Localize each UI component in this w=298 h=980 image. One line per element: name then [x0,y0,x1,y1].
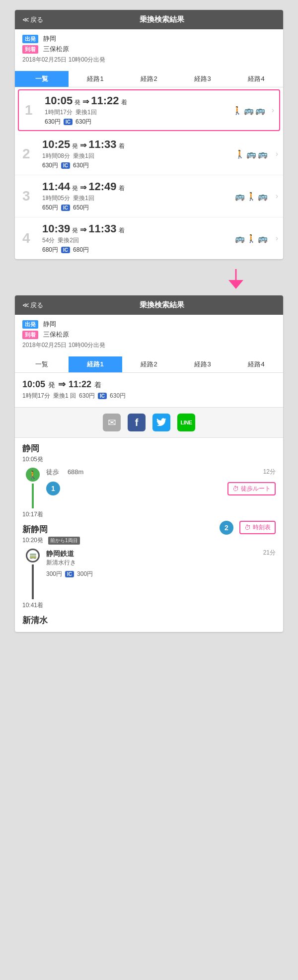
transport-icons-2: 🚶 🚌 🚌 [235,149,268,159]
route-info-1: 出発 静岡 到着 三保松原 2018年02月25日 10時00分出発 [15,29,283,67]
tab-route4[interactable]: 経路4 [229,71,283,87]
platform-badge: 前から1両目 [48,537,80,545]
ic-badge-1: IC [64,119,73,125]
back-button-1[interactable]: 戻る [22,15,43,24]
arr-time-1: 11:22 [91,94,119,107]
arr-tag-2: 到着 [22,331,38,339]
share-twitter-button[interactable] [152,414,170,431]
tab-route3[interactable]: 経路3 [176,71,229,87]
dep-time-shinsizuoka: 10:20発 前から1両目 [22,536,276,545]
train-circle-1: 🚃 [26,549,40,562]
panel2-title: 乗換検索結果 [48,300,276,310]
tab-bar-2: 一覧 経路1 経路2 経路3 経路4 [15,356,283,373]
walk-circle-1: 🚶 [26,468,40,482]
route-num-2: 2 [22,147,36,161]
walk-icon-3: 🚶 [246,192,256,201]
tab-route1[interactable]: 経路1 [69,71,122,87]
tram-icon-2: 🚌 [258,149,268,159]
station-shizuoka: 静岡 [22,443,276,454]
summary-arr-time: 11:22 [69,379,91,390]
tab-bar-1: 一覧 経路1 経路2 経路3 経路4 [15,71,283,87]
station-shinsizuoka: 新静岡 [22,524,48,535]
arr-station-2: 三保松原 [43,331,69,338]
arr-time-4: 11:33 [88,222,116,235]
arr-time-shinsizuoka: 10:41着 [22,601,276,610]
chevron-2: › [276,149,278,158]
arr-station: 三保松原 [43,45,69,53]
route-details-3: 11:44 発 ⇒ 12:49 着 1時間05分 乗換1回 650円 IC 65… [42,180,235,212]
tab2-route3[interactable]: 経路3 [176,356,229,372]
train-dest: 新清水行き [46,559,76,567]
tab2-route2[interactable]: 経路2 [122,356,176,372]
transport-icons-1: 🚶 🚌 🚌 [232,106,265,115]
panel2-header: 戻る 乗換検索結果 [15,295,283,315]
panel1-header: 戻る 乗換検索結果 [15,10,283,29]
dep-time-4: 10:39 [42,222,70,235]
arr-label-1: 着 [121,98,127,107]
train-ic-price: 300円 [77,570,93,578]
station-next: 新清水 [22,615,276,626]
panel1-title: 乗換検索結果 [48,15,276,24]
share-row: ✉ f LINE [15,407,283,438]
bus-icon-4a: 🚌 [235,234,245,243]
duration-1: 1時間17分 [45,108,73,117]
route-date: 2018年02月25日 10時00分出発 [22,56,276,64]
transfers-2: 乗換1回 [73,152,94,160]
transfers-4: 乗換2回 [58,236,79,245]
train-ic-badge: IC [65,571,74,577]
share-email-button[interactable]: ✉ [103,414,121,431]
summary-arr-label: 着 [94,381,101,390]
duration-3: 1時間05分 [42,194,70,203]
tab-route2[interactable]: 経路2 [122,71,176,87]
tram-icon-3: 🚌 [258,192,268,201]
tab-list[interactable]: 一覧 [15,71,69,87]
tram-icon-1: 🚌 [255,106,265,115]
share-line-button[interactable]: LINE [177,414,195,431]
price-1: 630円 [45,118,61,126]
route-item-1[interactable]: 1 10:05 発 ⇒ 11:22 着 1時間17分 乗換1回 630円 [18,89,280,131]
summary-transfers: 乗換1 回 [53,392,76,400]
station-row-shinsizuoka: 新静岡 2 ⏱ 時刻表 [22,519,276,536]
route-num-1: 1 [25,103,39,117]
svg-marker-1 [228,280,243,289]
summary-ic-price: 630円 [110,392,126,400]
tab2-route4[interactable]: 経路4 [229,356,283,372]
route-date-2: 2018年02月25日 10時00分出発 [22,341,276,350]
arr-time-shizuoka: 10:17着 [22,510,276,519]
train-name: 静岡鉄道 [46,550,76,559]
summary-dep-time: 10:05 [22,379,45,390]
train-price: 300円 [46,570,62,578]
dep-time-3: 11:44 [42,180,70,193]
arr-tag: 到着 [22,45,38,54]
walk-distance-1: 688m [61,468,84,476]
route-item-2[interactable]: 2 10:25 発 ⇒ 11:33 着 1時間08分 乗換1回 630円 [15,133,283,175]
transport-icons-3: 🚌 🚶 🚌 [235,192,268,201]
transport-icons-4: 🚌 🚶 🚌 [235,234,268,243]
ic-price-1: 630円 [75,118,91,126]
route-details-4: 10:39 発 ⇒ 11:33 着 54分 乗換2回 680円 IC 680円 [42,222,235,254]
route-item-4[interactable]: 4 10:39 発 ⇒ 11:33 着 54分 乗換2回 680円 [15,217,283,259]
summary-arrow: ⇒ [58,379,66,390]
timetable-button[interactable]: ⏱ 時刻表 [239,521,276,534]
panel-route-detail: 戻る 乗換検索結果 出発 静岡 到着 三保松原 2018年02月25日 10時0… [15,295,283,632]
share-facebook-button[interactable]: f [128,414,146,431]
badge-num-1: 1 [46,482,60,495]
walk-icon-2: 🚶 [235,149,245,159]
walk-route-button[interactable]: ⏱ 徒歩ルート [227,482,276,495]
back-button-2[interactable]: 戻る [22,301,43,310]
panel-route-list: 戻る 乗換検索結果 出発 静岡 到着 三保松原 2018年02月25日 10時0… [15,10,283,259]
train-duration: 21分 [263,549,276,557]
dep-time-2: 10:25 [42,138,70,151]
dep-time-shizuoka: 10:05発 [22,455,276,464]
transfers-1: 乗換1回 [75,108,97,117]
tab2-route1[interactable]: 経路1 [69,356,122,372]
arr-time-2: 11:33 [88,138,116,151]
dep-time-1: 10:05 [45,94,73,107]
tram-icon-4: 🚌 [258,234,268,243]
journey-detail: 静岡 10:05発 🚶 徒歩 688m 12分 [15,443,283,632]
summary-section: 10:05 発 ⇒ 11:22 着 1時間17分 乗換1 回 630円 IC 6… [15,373,283,403]
route-item-3[interactable]: 3 11:44 発 ⇒ 12:49 着 1時間05分 乗換1回 650円 [15,175,283,217]
tab2-list[interactable]: 一覧 [15,356,69,372]
walk-icon-1: 🚶 [232,106,242,115]
bus-icon-1: 🚌 [244,106,254,115]
